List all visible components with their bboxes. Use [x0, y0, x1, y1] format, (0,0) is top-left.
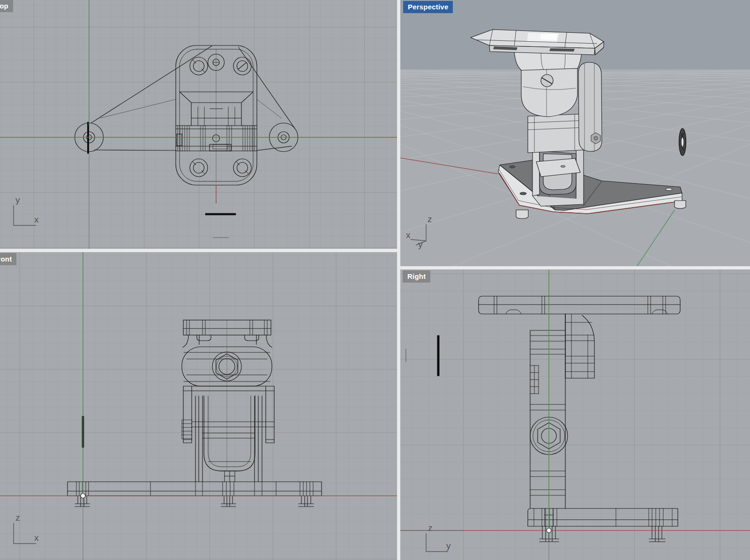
right-view-model[interactable]: [406, 296, 680, 542]
svg-text:y: y: [446, 541, 451, 551]
svg-text:z: z: [15, 513, 20, 523]
viewport-tab-front[interactable]: Front: [0, 253, 16, 265]
washer-model[interactable]: [679, 128, 686, 156]
origin-point: [547, 528, 551, 533]
viewport-top[interactable]: y x Top: [0, 0, 397, 249]
front-view-model[interactable]: [68, 320, 322, 507]
svg-text:z: z: [428, 214, 432, 224]
origin-point: [81, 493, 85, 498]
viewport-tab-right[interactable]: Right: [403, 270, 430, 283]
svg-text:z: z: [428, 523, 433, 533]
svg-text:y: y: [418, 239, 423, 249]
axis-gizmo-top: y x: [14, 195, 39, 225]
svg-text:x: x: [34, 533, 39, 543]
top-grid: [0, 0, 397, 249]
svg-text:x: x: [406, 230, 411, 240]
viewport-front[interactable]: z x Front: [0, 252, 397, 560]
svg-text:y: y: [15, 195, 20, 205]
viewport-perspective[interactable]: z x y Perspective: [400, 0, 750, 266]
cad-four-view-workspace: y x Top: [0, 0, 750, 560]
viewport-tab-perspective[interactable]: Perspective: [403, 1, 453, 13]
axis-gizmo-front: z x: [14, 513, 39, 544]
top-view-model[interactable]: [75, 45, 298, 238]
axis-gizmo-right: z y: [426, 523, 451, 552]
viewport-tab-top[interactable]: Top: [0, 0, 13, 12]
svg-text:x: x: [34, 215, 39, 224]
viewport-right[interactable]: z y Right: [400, 269, 750, 560]
right-grid: [400, 269, 750, 560]
